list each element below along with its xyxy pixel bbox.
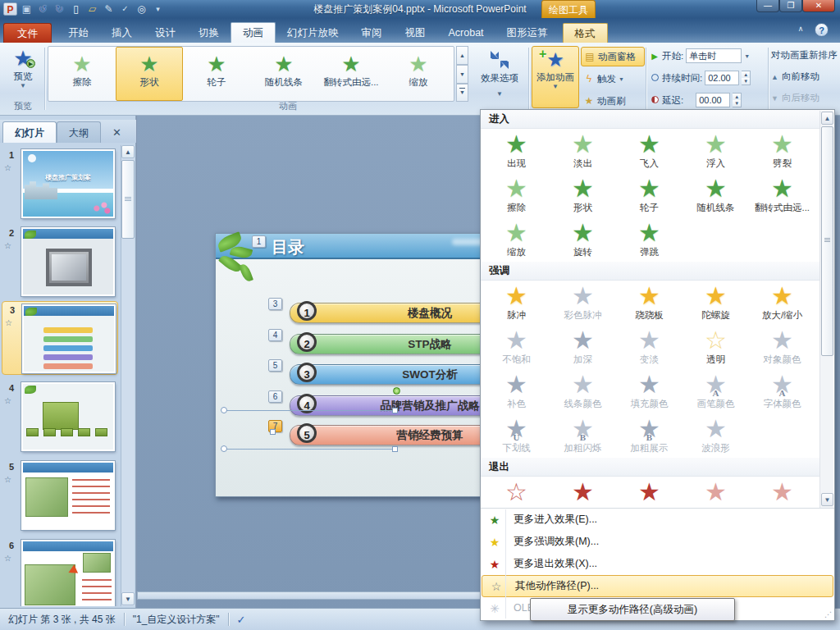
selection-handle[interactable] bbox=[221, 445, 227, 452]
animation-effect-item[interactable]: ★劈裂 bbox=[749, 129, 815, 173]
effect-options-button[interactable]: 效果选项 ▼ bbox=[474, 46, 525, 103]
animation-effect-item[interactable]: ★ bbox=[682, 477, 749, 508]
animation-effect-item[interactable]: ★脉冲 bbox=[483, 281, 550, 325]
slide-thumbnail[interactable] bbox=[21, 382, 115, 451]
animation-effect-item[interactable]: ★随机线条 bbox=[682, 173, 749, 217]
scrollbar-thumb[interactable] bbox=[121, 160, 135, 239]
animation-effect-item[interactable]: ★ bbox=[550, 477, 616, 508]
slide-thumbnail[interactable] bbox=[21, 227, 115, 296]
scrollbar-thumb[interactable] bbox=[821, 126, 833, 356]
tab-审阅[interactable]: 审阅 bbox=[350, 23, 394, 43]
animation-effect-item[interactable]: ★浮入 bbox=[682, 129, 749, 173]
tab-切换[interactable]: 切换 bbox=[187, 23, 231, 43]
animation-effect-item[interactable]: ★陀螺旋 bbox=[682, 281, 749, 325]
tab-设计[interactable]: 设计 bbox=[144, 23, 187, 43]
trigger-button[interactable]: ϟ 触发 ▼ bbox=[581, 69, 645, 89]
restore-button[interactable]: ❐ bbox=[779, 0, 802, 12]
animation-pane-button[interactable]: ▤ 动画窗格 bbox=[581, 47, 645, 66]
menu-item[interactable]: ★更多进入效果(E)... bbox=[481, 509, 834, 531]
spell-check-icon[interactable]: ✓ bbox=[118, 2, 132, 16]
animation-effect-item[interactable]: ☆透明 bbox=[682, 325, 749, 369]
tab-文件[interactable]: 文件 bbox=[3, 23, 52, 43]
rotation-handle[interactable] bbox=[393, 387, 400, 395]
duration-input[interactable]: 02.00 bbox=[705, 71, 739, 85]
slide-number-indicator[interactable]: 幻灯片 第 3 张 , 共 45 张 bbox=[0, 613, 116, 627]
attach-icon[interactable]: ✎ bbox=[102, 2, 116, 16]
tab-插入[interactable]: 插入 bbox=[100, 23, 144, 43]
close-button[interactable]: ✕ bbox=[802, 0, 835, 12]
animation-order-badge[interactable]: 6 bbox=[268, 390, 282, 403]
scroll-up-button[interactable]: ▲ bbox=[821, 112, 833, 125]
ribbon-gallery-item[interactable]: ★形状 bbox=[116, 47, 183, 101]
slide-thumbnail[interactable] bbox=[21, 461, 115, 530]
animation-effect-item[interactable]: ★跷跷板 bbox=[616, 281, 682, 325]
ribbon-gallery-item[interactable]: ★随机线条 bbox=[250, 47, 317, 101]
tab-outline[interactable]: 大纲 bbox=[57, 121, 101, 143]
animation-painter-button[interactable]: ★ 动画刷 bbox=[581, 91, 645, 111]
animation-effect-item[interactable]: ★淡出 bbox=[550, 129, 616, 173]
animation-effect-item[interactable]: ★形状 bbox=[550, 173, 616, 217]
animation-order-badge[interactable]: 3 bbox=[268, 298, 282, 310]
gallery-scroll-down-button[interactable]: ▼ bbox=[456, 65, 468, 84]
start-select[interactable]: 单击时 bbox=[686, 48, 742, 63]
tab-视图[interactable]: 视图 bbox=[394, 23, 437, 43]
save-icon[interactable]: ▣ bbox=[20, 2, 34, 16]
powerpoint-logo-icon[interactable]: P bbox=[3, 2, 17, 16]
tab-动画[interactable]: 动画 bbox=[231, 22, 276, 43]
add-animation-button[interactable]: ★ + 添加动画 ▼ bbox=[532, 46, 579, 108]
tab-格式[interactable]: 格式 bbox=[563, 23, 608, 43]
panel-scrollbar[interactable]: ▲ ▼ bbox=[121, 145, 135, 606]
ribbon-gallery-item[interactable]: ★翻转式由远... bbox=[317, 47, 385, 101]
minimize-button[interactable]: — bbox=[756, 0, 779, 12]
customize-toolbar-icon[interactable]: ▾ bbox=[151, 2, 165, 16]
animation-effect-item[interactable]: ☆ bbox=[483, 477, 550, 508]
theme-name-indicator[interactable]: "1_自定义设计方案" bbox=[133, 613, 220, 627]
notes-pane-collapsed[interactable] bbox=[137, 591, 482, 600]
collapse-ribbon-icon[interactable]: ∧ bbox=[794, 25, 807, 36]
delay-spinner[interactable]: ▲▼ bbox=[733, 93, 742, 107]
tab-图形运算[interactable]: 图形运算 bbox=[495, 23, 559, 43]
selection-handle[interactable] bbox=[392, 446, 398, 452]
spell-check-icon[interactable]: ✓ bbox=[237, 614, 246, 626]
animation-order-badge[interactable]: 5 bbox=[268, 359, 282, 372]
duration-spinner[interactable]: ▲▼ bbox=[742, 71, 751, 85]
tab-开始[interactable]: 开始 bbox=[57, 23, 100, 43]
redo-icon[interactable]: ↻ bbox=[52, 2, 66, 16]
print-preview-icon[interactable]: ◎ bbox=[135, 2, 148, 16]
animation-effect-item[interactable]: ★弹跳 bbox=[616, 217, 682, 262]
ribbon-gallery-item[interactable]: ★轮子 bbox=[183, 47, 250, 101]
resize-grip[interactable]: ⋰ bbox=[824, 610, 832, 619]
animation-effect-item[interactable]: ★擦除 bbox=[483, 173, 550, 217]
animation-effect-item[interactable]: ★旋转 bbox=[550, 217, 616, 262]
slide-thumbnail[interactable] bbox=[22, 304, 116, 373]
scroll-down-button[interactable]: ▼ bbox=[121, 592, 135, 605]
animation-effect-item[interactable]: ★出现 bbox=[483, 129, 550, 173]
ribbon-gallery-item[interactable]: ★缩放 bbox=[385, 47, 452, 101]
preview-button[interactable]: ★ ▶ 预览 ▼ bbox=[5, 46, 41, 100]
animation-effect-item[interactable]: ★ bbox=[749, 477, 815, 508]
selection-handle[interactable] bbox=[221, 407, 227, 413]
menu-item[interactable]: ☆其他动作路径(P)... bbox=[482, 575, 833, 597]
help-icon[interactable]: ? bbox=[815, 23, 829, 37]
tab-slides[interactable]: 幻灯片 bbox=[2, 121, 57, 143]
scroll-down-button[interactable]: ▼ bbox=[821, 493, 833, 506]
open-folder-icon[interactable]: ▱ bbox=[85, 2, 99, 16]
animation-effect-item[interactable]: ★翻转式由远... bbox=[749, 173, 815, 217]
scroll-up-button[interactable]: ▲ bbox=[121, 145, 135, 158]
animation-order-badge[interactable]: 1 bbox=[252, 235, 266, 248]
animation-effect-item[interactable]: ★轮子 bbox=[616, 173, 682, 217]
gallery-more-button[interactable]: ▼ bbox=[456, 84, 468, 102]
dropdown-scrollbar[interactable]: ▲ ▼ bbox=[819, 111, 833, 508]
animation-effect-item[interactable]: ★放大/缩小 bbox=[749, 281, 815, 325]
tab-Acrobat[interactable]: Acrobat bbox=[437, 23, 495, 43]
slide-thumbnail[interactable] bbox=[21, 540, 115, 606]
animation-effect-item[interactable]: ★飞入 bbox=[616, 129, 682, 173]
slide-thumbnail[interactable]: 楼盘推广策划案 bbox=[21, 149, 115, 218]
panel-close-icon[interactable]: ✕ bbox=[112, 123, 121, 143]
ribbon-gallery-item[interactable]: ★擦除 bbox=[48, 47, 116, 101]
undo-icon[interactable]: ↺ bbox=[36, 2, 50, 16]
new-document-icon[interactable]: ▯ bbox=[69, 2, 83, 16]
move-later-button[interactable]: ▼向后移动 bbox=[771, 92, 819, 104]
move-earlier-button[interactable]: ▲向前移动 bbox=[771, 71, 819, 83]
gallery-scroll-up-button[interactable]: ▲ bbox=[456, 46, 468, 65]
